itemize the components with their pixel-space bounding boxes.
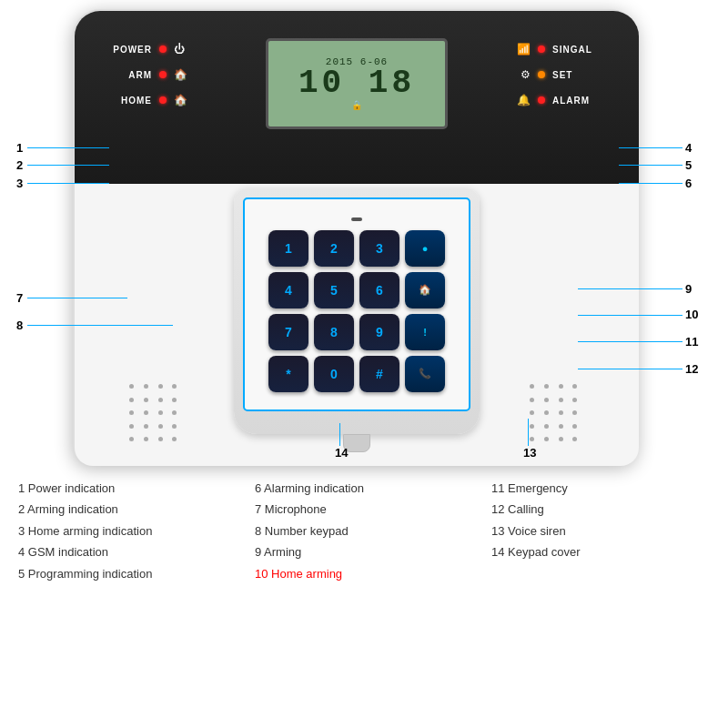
page: 2015 6-06 10 18 🔒 POWER ⏻ ARM 🏠 bbox=[0, 0, 728, 728]
ann-num-1: 1 bbox=[16, 141, 23, 155]
legend-item-14: 14 Keypad cover bbox=[491, 541, 710, 562]
key-8[interactable]: 8 bbox=[314, 314, 354, 350]
arm-icon: 🏠 bbox=[174, 68, 187, 81]
key-9[interactable]: 9 bbox=[359, 314, 399, 350]
power-icon: ⏻ bbox=[174, 43, 185, 56]
indicator-signal: 📶 SINGAL bbox=[517, 43, 602, 56]
power-label: POWER bbox=[111, 45, 152, 55]
ann-num-9: 9 bbox=[685, 282, 692, 296]
signal-label: SINGAL bbox=[552, 45, 602, 55]
indicators-left: POWER ⏻ ARM 🏠 HOME 🏠 bbox=[111, 43, 187, 106]
key-3[interactable]: 3 bbox=[359, 230, 399, 267]
key-4[interactable]: 4 bbox=[268, 272, 308, 308]
ann-num-12: 12 bbox=[685, 362, 698, 376]
ann-num-11: 11 bbox=[685, 335, 698, 349]
arm-dot bbox=[159, 71, 167, 78]
alarm-icon: 🔔 bbox=[517, 94, 531, 106]
legend-item-4: 4 GSM indication bbox=[18, 541, 237, 562]
ann-line-2 bbox=[27, 165, 109, 166]
indicator-power: POWER ⏻ bbox=[111, 43, 187, 56]
home-icon: 🏠 bbox=[174, 94, 187, 106]
keypad-row-3: 7 8 9 ! bbox=[268, 314, 445, 350]
key-hash[interactable]: # bbox=[359, 356, 399, 392]
ann-line-7 bbox=[27, 298, 127, 298]
ann-num-14: 14 bbox=[335, 446, 348, 460]
set-label: SET bbox=[552, 70, 602, 80]
device-body: 2015 6-06 10 18 🔒 POWER ⏻ ARM 🏠 bbox=[73, 9, 637, 464]
legend-item-8: 8 Number keypad bbox=[255, 521, 473, 541]
indicator-alarm: 🔔 ALARM bbox=[517, 94, 602, 106]
ann-num-4: 4 bbox=[685, 141, 692, 155]
legend-item-7: 7 Microphone bbox=[255, 499, 473, 520]
legend-item-13: 13 Voice siren bbox=[491, 521, 710, 541]
key-0[interactable]: 0 bbox=[314, 356, 354, 392]
key-arm[interactable]: ● bbox=[405, 230, 445, 267]
ann-line-5 bbox=[619, 165, 682, 166]
keypad-panel: 1 2 3 ● 4 5 6 🏠 7 8 9 ! bbox=[243, 197, 470, 411]
top-panel: 2015 6-06 10 18 🔒 POWER ⏻ ARM 🏠 bbox=[75, 11, 639, 184]
legend-col1: 1 Power indication 2 Arming indication 3… bbox=[18, 478, 237, 584]
ann-line-9 bbox=[578, 288, 682, 289]
ann-line-10 bbox=[578, 315, 682, 316]
legend-item-12: 12 Calling bbox=[491, 499, 710, 520]
device-container: 2015 6-06 10 18 🔒 POWER ⏻ ARM 🏠 bbox=[73, 9, 637, 464]
speaker-right bbox=[530, 384, 584, 448]
lcd-icons: 🔒 bbox=[351, 100, 362, 111]
legend-col2: 6 Alarming indication 7 Microphone 8 Num… bbox=[255, 478, 473, 584]
ann-line-13v bbox=[528, 419, 529, 446]
signal-icon: 📶 bbox=[517, 43, 531, 56]
ann-line-14v bbox=[339, 423, 340, 446]
keypad-row-1: 1 2 3 ● bbox=[268, 230, 445, 267]
key-call[interactable]: 📞 bbox=[405, 356, 445, 392]
key-1[interactable]: 1 bbox=[268, 230, 308, 267]
keypad-row-2: 4 5 6 🏠 bbox=[268, 272, 445, 308]
ann-num-10: 10 bbox=[685, 308, 698, 321]
legend-item-11: 11 Emergency bbox=[491, 478, 710, 499]
ann-num-2: 2 bbox=[16, 158, 23, 172]
ann-line-6 bbox=[619, 183, 682, 184]
arm-label: ARM bbox=[111, 70, 152, 80]
ann-line-11 bbox=[578, 341, 682, 342]
indicator-arm: ARM 🏠 bbox=[111, 68, 187, 81]
ann-num-8: 8 bbox=[16, 318, 23, 332]
legend-col3: 11 Emergency 12 Calling 13 Voice siren 1… bbox=[491, 478, 710, 584]
alarm-dot bbox=[538, 96, 545, 104]
legend: 1 Power indication 2 Arming indication 3… bbox=[18, 478, 710, 584]
indicators-right: 📶 SINGAL ⚙ SET 🔔 ALARM bbox=[517, 43, 602, 106]
alarm-label: ALARM bbox=[552, 96, 602, 106]
legend-item-6: 6 Alarming indication bbox=[255, 478, 473, 499]
legend-item-3: 3 Home arming indication bbox=[18, 521, 237, 541]
ann-line-4 bbox=[619, 147, 682, 148]
indicator-home: HOME 🏠 bbox=[111, 94, 187, 106]
legend-item-2: 2 Arming indication bbox=[18, 499, 237, 520]
ann-line-12 bbox=[578, 369, 682, 369]
key-7[interactable]: 7 bbox=[268, 314, 308, 350]
power-dot bbox=[159, 46, 167, 53]
key-5[interactable]: 5 bbox=[314, 272, 354, 308]
key-star[interactable]: * bbox=[268, 356, 308, 392]
ann-num-5: 5 bbox=[685, 158, 692, 172]
ann-line-8 bbox=[27, 325, 173, 326]
ann-line-3 bbox=[27, 183, 109, 184]
legend-item-5: 5 Programming indication bbox=[18, 563, 237, 584]
ann-num-6: 6 bbox=[685, 177, 692, 190]
ann-line-1 bbox=[27, 147, 109, 148]
keypad-row-4: * 0 # 📞 bbox=[268, 356, 445, 392]
key-6[interactable]: 6 bbox=[359, 272, 399, 308]
legend-item-9: 9 Arming bbox=[255, 541, 473, 562]
ann-num-13: 13 bbox=[523, 446, 536, 460]
legend-item-1: 1 Power indication bbox=[18, 478, 237, 499]
indicator-set: ⚙ SET bbox=[517, 68, 602, 81]
legend-item-10: 10 Home arming bbox=[255, 563, 473, 584]
speaker-left bbox=[129, 384, 184, 448]
home-dot bbox=[159, 96, 167, 104]
lcd-display: 2015 6-06 10 18 🔒 bbox=[266, 38, 448, 129]
ann-num-7: 7 bbox=[16, 291, 23, 305]
signal-dot bbox=[538, 46, 545, 53]
home-label: HOME bbox=[111, 96, 152, 106]
set-dot bbox=[538, 71, 545, 78]
key-emergency[interactable]: ! bbox=[405, 314, 445, 350]
key-2[interactable]: 2 bbox=[314, 230, 354, 267]
lcd-time: 10 18 bbox=[298, 67, 415, 100]
key-home[interactable]: 🏠 bbox=[405, 272, 445, 308]
